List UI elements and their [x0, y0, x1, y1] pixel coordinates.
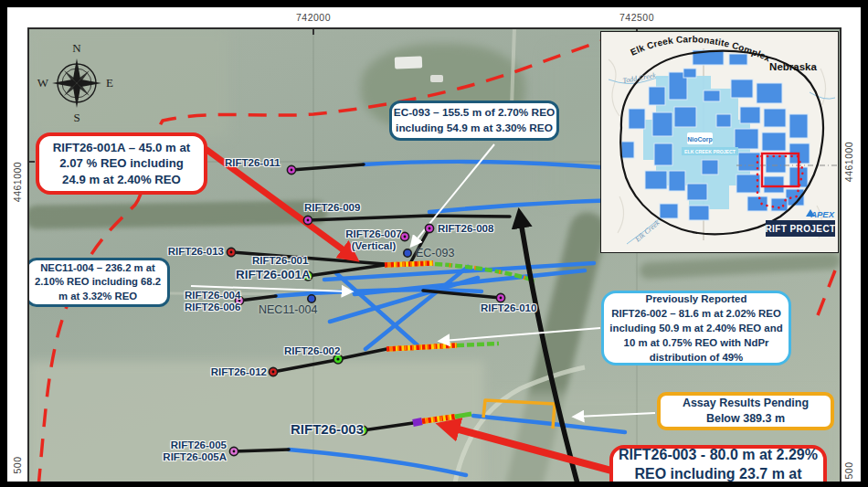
- hole-label-rift26-010: RIFT26-010: [481, 302, 536, 314]
- compass-south-label: S: [73, 111, 79, 125]
- axis-label-northing-left-4461000: 4461000: [12, 162, 23, 202]
- hole-label-rift26-005a: RIFT26-005A: [153, 451, 227, 463]
- hole-label-rift26-003: RIFT26-003: [291, 421, 364, 437]
- hole-label-rift26-009: RIFT26-009: [304, 202, 360, 214]
- elk-creek-project-label: ELK CREEK PROJECT: [684, 149, 736, 154]
- hole-label-rift26-001a: RIFT26-001A: [236, 268, 311, 282]
- hole-label-rift26-005: RIFT26-005: [159, 439, 227, 451]
- hole-label-rift26-006: RIFT26-006: [185, 302, 240, 313]
- rift-project-badge-label: RIFT PROJECT: [765, 224, 835, 234]
- collar-nec11-004: [308, 295, 315, 302]
- hole-label-rift26-004: RIFT26-004: [185, 290, 240, 302]
- window-frame-top: [0, 0, 868, 7]
- callout-assay-pending: Assay Results Pending Below 389.3 m: [657, 392, 834, 430]
- hole-label-rift26-012: RIFT26-012: [199, 366, 267, 378]
- compass-east-label: E: [106, 76, 113, 90]
- callout-rift26-001a-result: RIFT26-001A – 45.0 m at 2.07 % REO inclu…: [36, 132, 207, 195]
- hole-label-nec11-004: NEC11-004: [259, 303, 317, 316]
- hole-label-rift26-007: RIFT26-007 (Vertical): [336, 228, 411, 252]
- hole-label-ec-093: EC-093: [416, 247, 454, 259]
- window-frame-right: [861, 0, 868, 487]
- inset-map-graphic: NioCorp ELK CREEK PROJECT Elk Creek Carb…: [601, 32, 838, 252]
- hole-label-rift26-011: RIFT26-011: [225, 157, 281, 169]
- apex-logo-text: APEX: [810, 209, 835, 219]
- inset-state-label: Nebraska: [769, 61, 817, 72]
- compass-north-label: N: [72, 41, 80, 56]
- axis-label-northing-left-500: 500: [12, 456, 23, 473]
- axis-label-easting-742000: 742000: [296, 12, 331, 23]
- callout-ec-093-result: EC-093 – 155.5 m of 2.70% REO including …: [389, 101, 559, 141]
- hole-label-rift26-001: RIFT26-001: [252, 255, 308, 267]
- axis-label-northing-right-4461000: 4461000: [843, 142, 854, 182]
- inset-elk-creek-label: Elk Creek: [633, 218, 662, 244]
- inset-location-map: NioCorp ELK CREEK PROJECT Elk Creek Carb…: [600, 31, 839, 253]
- map-figure: N E S W RIFT26-011 RIFT26-009 RIFT26-007…: [0, 0, 868, 487]
- compass-rose-icon: [52, 58, 101, 108]
- callout-nec11-004-result: NEC11-004 – 236.2 m at 2.10% REO includi…: [27, 258, 170, 307]
- callout-previously-reported: Previously Reported RIFT26-002 – 81.6 m …: [601, 291, 791, 365]
- niocorp-logo-text: NioCorp: [687, 136, 713, 143]
- compass-west-label: W: [37, 76, 48, 90]
- axis-label-northing-right-500: 500: [843, 461, 854, 479]
- hole-label-rift26-002: RIFT26-002: [284, 345, 340, 357]
- axis-label-easting-742500: 742500: [619, 12, 654, 23]
- hole-label-rift26-008: RIFT26-008: [438, 223, 493, 235]
- window-frame-left: [0, 0, 7, 487]
- hole-label-rift26-013: RIFT26-013: [158, 246, 224, 258]
- window-frame-bottom: [0, 482, 868, 487]
